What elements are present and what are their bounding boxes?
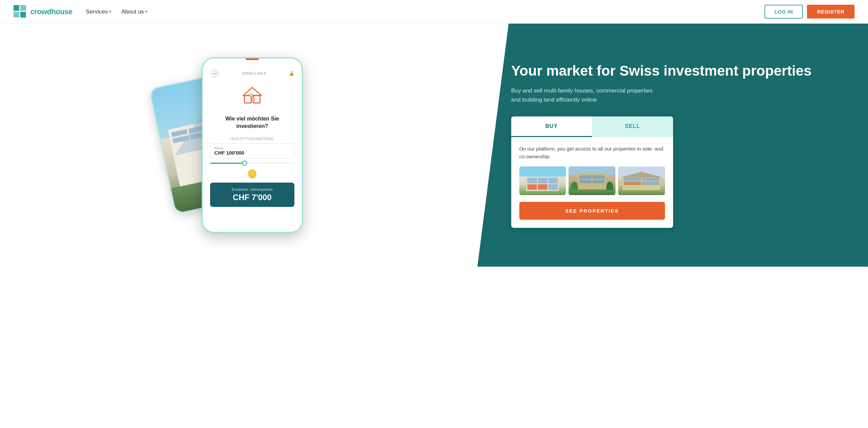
hero-subtitle: Buy and sell multi-family houses, commer… bbox=[511, 86, 660, 104]
notch bbox=[245, 58, 259, 60]
property-image-3[interactable] bbox=[618, 166, 665, 195]
property-image-1[interactable] bbox=[519, 166, 566, 195]
svg-rect-3 bbox=[20, 12, 26, 18]
phone-screen: ← Schritt 1 von 5 🔒 bbox=[203, 58, 302, 232]
phone-question: Wie viel möchten Sie investieren? bbox=[210, 115, 294, 130]
pagination-dots bbox=[0, 255, 868, 260]
phones-container: ← Schritt 1 von 5 🔒 bbox=[161, 51, 316, 240]
hero-title: Your market for Swiss investment propert… bbox=[511, 62, 848, 79]
lock-icon: 🔒 bbox=[289, 71, 294, 76]
chevron-down-icon: ▾ bbox=[109, 9, 111, 14]
chevron-down-icon: ▾ bbox=[145, 9, 147, 14]
logo-text: crowdhouse bbox=[30, 7, 73, 16]
header-left: crowdhouse Services ▾ About us ▾ bbox=[13, 5, 147, 19]
amount-label: Betrag bbox=[214, 146, 290, 150]
back-button[interactable]: ← bbox=[210, 69, 220, 78]
slider-thumb bbox=[242, 161, 247, 166]
tab-row: BUY SELL bbox=[511, 116, 673, 137]
svg-point-8 bbox=[252, 98, 255, 101]
phone-front: ← Schritt 1 von 5 🔒 bbox=[202, 57, 303, 233]
header: crowdhouse Services ▾ About us ▾ LOG IN … bbox=[0, 0, 868, 24]
phone-house-icon bbox=[210, 85, 294, 110]
card-body: On our platform, you get access to all o… bbox=[511, 137, 673, 228]
tab-sell[interactable]: SELL bbox=[592, 116, 673, 137]
hero-section: ← Schritt 1 von 5 🔒 bbox=[0, 24, 868, 267]
amount-box: Betrag CHF 100'000 bbox=[210, 143, 294, 159]
see-properties-button[interactable]: SEE PROPERTIES bbox=[519, 202, 665, 220]
svg-point-7 bbox=[250, 94, 253, 97]
nav-about[interactable]: About us ▾ bbox=[121, 8, 147, 15]
card-description: On our platform, you get access to all o… bbox=[519, 145, 665, 160]
register-button[interactable]: REGISTER bbox=[807, 5, 855, 19]
slider-fill bbox=[210, 163, 244, 164]
dot-4[interactable] bbox=[435, 255, 449, 260]
nav-services[interactable]: Services ▾ bbox=[86, 8, 111, 15]
buy-sell-card: BUY SELL On our platform, you get access… bbox=[511, 116, 673, 228]
dot-1[interactable] bbox=[411, 255, 416, 260]
property-images bbox=[519, 166, 665, 195]
hero-left: ← Schritt 1 von 5 🔒 bbox=[0, 24, 478, 267]
svg-rect-1 bbox=[20, 5, 26, 11]
logo-icon bbox=[13, 5, 27, 19]
tab-buy[interactable]: BUY bbox=[511, 116, 592, 137]
earnings-label: Erwarteter Jahresgewinn bbox=[215, 187, 289, 191]
dot-2[interactable] bbox=[419, 255, 424, 260]
investment-label: INVESTITIONSBETRAG bbox=[210, 137, 294, 141]
svg-rect-2 bbox=[13, 12, 19, 18]
header-actions: LOG IN REGISTER bbox=[764, 5, 855, 19]
property-image-2[interactable] bbox=[569, 166, 615, 195]
amount-value: CHF 100'000 bbox=[214, 150, 290, 156]
earnings-box: Erwarteter Jahresgewinn CHF 7'000 bbox=[210, 183, 294, 207]
hero-right: Your market for Swiss investment propert… bbox=[478, 24, 868, 267]
svg-rect-0 bbox=[13, 5, 19, 11]
login-button[interactable]: LOG IN bbox=[764, 5, 803, 19]
investment-slider[interactable] bbox=[210, 163, 294, 164]
step-text: Schritt 1 von 5 bbox=[242, 71, 266, 75]
earnings-value: CHF 7'000 bbox=[215, 193, 289, 202]
main-nav: Services ▾ About us ▾ bbox=[86, 8, 147, 15]
coins-icon: 🪙 bbox=[210, 169, 294, 179]
phone-top-bar: ← Schritt 1 von 5 🔒 bbox=[210, 69, 294, 78]
logo[interactable]: crowdhouse bbox=[13, 5, 73, 19]
dot-5[interactable] bbox=[452, 255, 457, 260]
dot-3[interactable] bbox=[427, 255, 432, 260]
